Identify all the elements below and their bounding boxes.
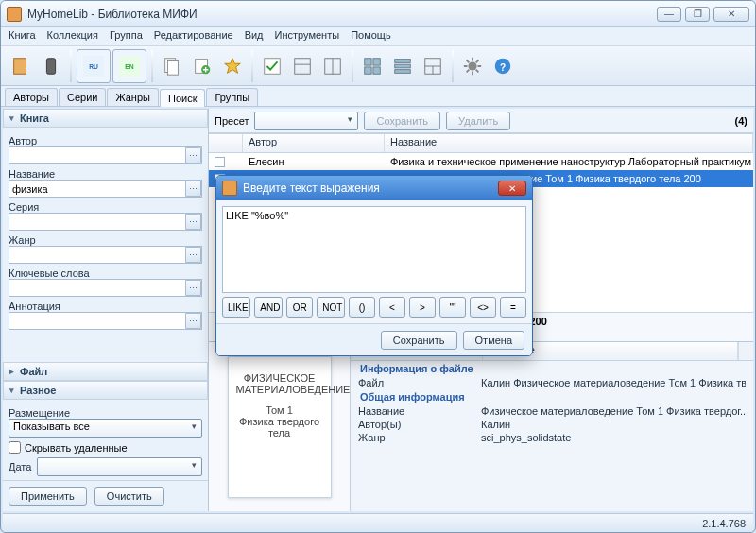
maximize-button[interactable]: ❐ (685, 7, 710, 22)
menu-tools[interactable]: Инструменты (275, 29, 340, 43)
svg-line-31 (467, 60, 470, 62)
menu-book[interactable]: Книга (9, 29, 36, 43)
genre-expr-button[interactable]: ⋯ (185, 247, 201, 263)
date-combo[interactable] (37, 457, 202, 476)
title-input[interactable] (9, 180, 202, 198)
help-icon[interactable]: ? (489, 50, 517, 82)
gear-icon[interactable] (458, 50, 487, 82)
accordion-file[interactable]: ▸Файл (3, 362, 208, 381)
label-keywords: Ключевые слова (9, 267, 202, 279)
label-genre: Жанр (9, 234, 202, 246)
svg-rect-19 (373, 66, 380, 73)
version-label: 2.1.4.768 (702, 518, 746, 529)
close-button[interactable]: ✕ (713, 7, 749, 22)
op-gt-button[interactable]: > (409, 297, 436, 318)
op-paren-button[interactable]: () (349, 297, 375, 318)
preset-save-button[interactable]: Сохранить (364, 112, 440, 130)
dialog-save-button[interactable]: Сохранить (381, 331, 457, 350)
preset-combo[interactable] (254, 112, 358, 130)
author-input[interactable] (9, 146, 202, 164)
book-icon[interactable] (7, 50, 35, 82)
keywords-input[interactable] (9, 279, 202, 297)
tab-series[interactable]: Серии (59, 88, 106, 106)
op-like-button[interactable]: LIKE (222, 297, 250, 318)
svg-marker-10 (225, 58, 241, 73)
layout2-icon[interactable] (318, 50, 347, 82)
series-expr-button[interactable]: ⋯ (185, 214, 201, 230)
op-lt-button[interactable]: < (379, 297, 405, 318)
split-icon[interactable] (419, 50, 447, 82)
keywords-expr-button[interactable]: ⋯ (185, 280, 201, 296)
check-icon[interactable] (258, 50, 286, 82)
col-title[interactable]: Название (385, 134, 753, 152)
window-title: MyHomeLib - Библиотека МИФИ (27, 8, 657, 21)
svg-rect-22 (395, 69, 411, 73)
op-not-button[interactable]: NOT (317, 297, 345, 318)
scrollbar[interactable] (738, 342, 753, 360)
preset-delete-button[interactable]: Удалить (446, 112, 510, 130)
label-author: Автор (9, 135, 202, 146)
op-and-button[interactable]: AND (254, 297, 283, 318)
app-icon (7, 7, 22, 22)
search-sidebar: ▾Книга Автор ⋯ Название ⋯ Серия ⋯ Жанр ⋯… (3, 109, 209, 511)
result-count: (4) (735, 115, 747, 127)
svg-rect-21 (395, 64, 411, 68)
minimize-button[interactable]: — (657, 7, 681, 22)
menu-help[interactable]: Помощь (351, 29, 391, 43)
accordion-misc[interactable]: ▾Разное (3, 381, 208, 400)
series-input[interactable] (9, 213, 202, 231)
annotation-expr-button[interactable]: ⋯ (185, 313, 201, 329)
annotation-input[interactable] (9, 312, 202, 330)
svg-rect-12 (295, 58, 311, 74)
op-quotes-button[interactable]: "" (439, 297, 466, 318)
tab-search[interactable]: Поиск (160, 89, 205, 107)
chevron-down-icon: ▾ (9, 113, 14, 123)
table-row[interactable]: Елесин Физика и техническое применение н… (209, 153, 753, 170)
svg-point-26 (468, 61, 476, 70)
apply-button[interactable]: Применить (9, 487, 87, 506)
menubar: Книга Коллекция Группа Редактирование Ви… (1, 27, 755, 46)
layout1-icon[interactable] (288, 50, 317, 82)
toolbar: RU EN ? (1, 46, 755, 86)
svg-rect-7 (167, 60, 178, 75)
label-date: Дата (9, 461, 31, 473)
phone-icon[interactable] (37, 50, 65, 82)
op-or-button[interactable]: OR (286, 297, 313, 318)
op-eq-button[interactable]: = (500, 297, 526, 318)
grid1-icon[interactable] (358, 50, 387, 82)
svg-line-33 (467, 69, 470, 72)
col-author[interactable]: Автор (243, 134, 385, 152)
svg-rect-1 (46, 58, 55, 74)
title-expr-button[interactable]: ⋯ (185, 181, 201, 197)
titlebar: MyHomeLib - Библиотека МИФИ — ❐ ✕ (1, 1, 755, 27)
dialog-close-button[interactable]: ✕ (498, 181, 526, 196)
cover-preview: ФИЗИЧЕСКОЕ МАТЕРИАЛОВЕДЕНИЕ Том 1 Физика… (209, 342, 351, 511)
author-expr-button[interactable]: ⋯ (185, 147, 201, 163)
clear-button[interactable]: Очистить (94, 487, 164, 506)
lang-ru-button[interactable]: RU (77, 49, 111, 83)
add-icon[interactable] (188, 50, 216, 82)
genre-input[interactable] (9, 246, 202, 264)
chevron-down-icon: ▾ (9, 386, 14, 395)
menu-edit[interactable]: Редактирование (154, 29, 233, 43)
op-ne-button[interactable]: <> (470, 297, 496, 318)
svg-rect-16 (365, 58, 371, 64)
expression-textarea[interactable] (222, 206, 526, 293)
star-icon[interactable] (218, 50, 247, 82)
tab-genres[interactable]: Жанры (107, 88, 159, 106)
svg-text:RU: RU (89, 63, 98, 70)
dialog-cancel-button[interactable]: Отмена (463, 331, 524, 350)
menu-collection[interactable]: Коллекция (47, 29, 98, 43)
docs-icon[interactable] (158, 50, 186, 82)
lang-en-button[interactable]: EN (112, 49, 146, 83)
menu-group[interactable]: Группа (110, 29, 143, 43)
menu-view[interactable]: Вид (245, 29, 264, 43)
placement-combo[interactable]: Показывать все (9, 419, 202, 438)
tab-authors[interactable]: Авторы (5, 88, 58, 106)
svg-text:?: ? (500, 61, 506, 72)
grid2-icon[interactable] (388, 50, 417, 82)
hide-deleted-checkbox[interactable]: Скрывать удаленные (9, 441, 202, 454)
preset-label: Пресет (215, 115, 249, 127)
accordion-book[interactable]: ▾Книга (3, 109, 208, 128)
tab-groups[interactable]: Группы (206, 88, 258, 106)
